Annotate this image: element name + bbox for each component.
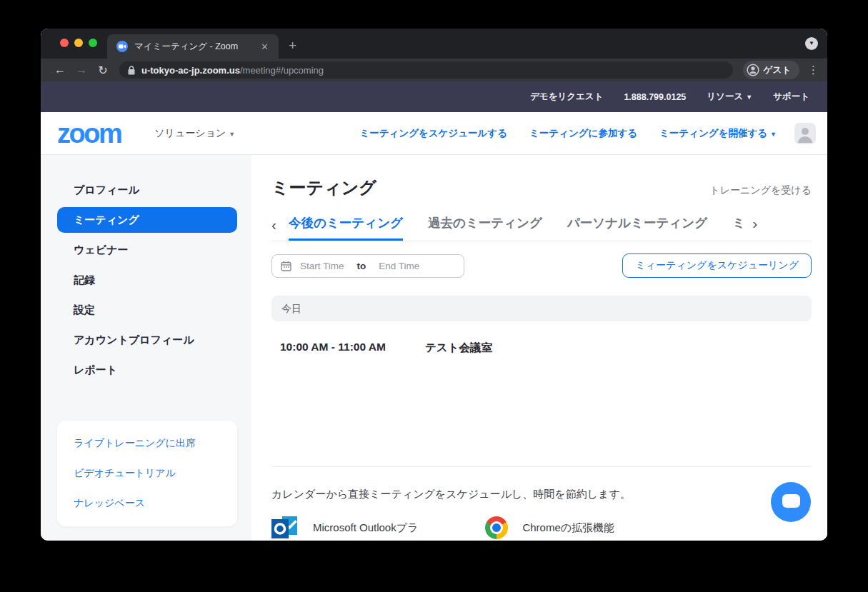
- url-domain: u-tokyo-ac-jp.zoom.us: [141, 65, 240, 76]
- lock-icon: [128, 66, 135, 75]
- person-icon: [794, 123, 816, 144]
- site-topbar: デモをリクエスト 1.888.799.0125 リソース▼ サポート: [41, 81, 827, 112]
- tab-close-icon[interactable]: ✕: [258, 40, 271, 54]
- zoom-favicon-icon: [116, 41, 128, 52]
- meeting-time: 10:00 AM - 11:00 AM: [280, 341, 425, 356]
- browser-tab[interactable]: マイミーティング - Zoom ✕: [107, 34, 279, 59]
- resources-menu[interactable]: リソース▼: [707, 91, 752, 103]
- integrations-row: Microsoft Outlookプラ Chromeの拡張機能: [271, 515, 812, 541]
- date-range-picker[interactable]: Start Time to End Time: [271, 254, 464, 278]
- sidebar-help-card: ライブトレーニングに出席 ビデオチュートリアル ナレッジベース: [57, 421, 237, 526]
- page-body: プロフィール ミーティング ウェビナー 記録 設定 アカウントプロフィール レポ…: [41, 155, 827, 541]
- support-link[interactable]: サポート: [773, 91, 809, 103]
- tab-upcoming-meetings[interactable]: 今後のミーティング: [289, 214, 403, 241]
- main-content: ミーティング トレーニングを受ける ‹ 今後のミーティング 過去のミーティング …: [251, 155, 827, 541]
- maximize-window-button[interactable]: [89, 39, 97, 47]
- outlook-plugin-item[interactable]: Microsoft Outlookプラ: [271, 515, 418, 541]
- browser-toolbar: ← → ↻ u-tokyo-ac-jp.zoom.us /meeting#/up…: [41, 59, 827, 81]
- outlook-icon: [271, 515, 299, 541]
- phone-number-link[interactable]: 1.888.799.0125: [624, 92, 686, 102]
- meeting-tabs: ‹ 今後のミーティング 過去のミーティング パーソナルミーティング ミ ›: [271, 214, 812, 241]
- guest-profile-button[interactable]: ゲスト: [743, 61, 799, 79]
- title-row: ミーティング トレーニングを受ける: [271, 176, 812, 199]
- tab-title: マイミーティング - Zoom: [134, 41, 258, 53]
- browser-menu-icon[interactable]: ⋮: [808, 64, 819, 76]
- close-window-button[interactable]: [60, 39, 69, 47]
- minimize-window-button[interactable]: [74, 39, 83, 47]
- caret-down-icon: ▼: [770, 131, 777, 138]
- sidebar-item-meetings[interactable]: ミーティング: [57, 207, 237, 233]
- sidebar-item-profile[interactable]: プロフィール: [41, 175, 251, 205]
- person-icon: [747, 64, 759, 76]
- page-title: ミーティング: [271, 176, 376, 199]
- zoom-logo[interactable]: zoom: [57, 120, 121, 147]
- window-controls: [60, 39, 97, 47]
- outlook-plugin-label: Microsoft Outlookプラ: [313, 521, 418, 535]
- tab-previous-meetings[interactable]: 過去のミーティング: [428, 214, 542, 241]
- request-demo-link[interactable]: デモをリクエスト: [530, 91, 603, 103]
- attend-live-training-link[interactable]: ライブトレーニングに出席: [74, 428, 237, 458]
- reload-icon[interactable]: ↻: [92, 64, 114, 77]
- meeting-row[interactable]: 10:00 AM - 11:00 AM テスト会議室: [271, 341, 812, 356]
- host-meeting-menu[interactable]: ミーティングを開催する▼: [659, 127, 777, 140]
- chat-bubble-icon: [782, 494, 800, 508]
- browser-window: マイミーティング - Zoom ✕ + ▼ ← → ↻ u-tokyo-ac-j…: [41, 29, 827, 541]
- sidebar-item-recordings[interactable]: 記録: [41, 265, 251, 295]
- caret-down-icon: ▼: [746, 94, 752, 101]
- new-tab-button[interactable]: +: [289, 38, 296, 54]
- date-range-to-label: to: [357, 261, 366, 271]
- browser-tabstrip: マイミーティング - Zoom ✕ + ▼: [41, 29, 827, 59]
- sidebar-item-reports[interactable]: レポート: [41, 355, 251, 385]
- chrome-extension-item[interactable]: Chromeの拡張機能: [485, 516, 614, 539]
- solutions-menu[interactable]: ソリューション▼: [154, 127, 235, 140]
- site-header: zoom ソリューション▼ ミーティングをスケジュールする ミーティングに参加す…: [41, 112, 827, 155]
- sidebar-item-account-profile[interactable]: アカウントプロフィール: [41, 325, 251, 355]
- tabstrip-dropdown-button[interactable]: ▼: [805, 37, 818, 50]
- tab-meeting-templates-truncated[interactable]: ミ: [732, 214, 745, 241]
- chrome-extension-label: Chromeの拡張機能: [522, 521, 614, 535]
- start-time-placeholder[interactable]: Start Time: [300, 261, 344, 271]
- back-icon[interactable]: ←: [49, 64, 71, 76]
- sidebar: プロフィール ミーティング ウェビナー 記録 設定 アカウントプロフィール レポ…: [41, 155, 251, 541]
- join-meeting-link[interactable]: ミーティングに参加する: [529, 127, 637, 140]
- caret-down-icon: ▼: [229, 131, 235, 138]
- forward-icon[interactable]: →: [71, 64, 92, 76]
- schedule-meeting-link[interactable]: ミーティングをスケジュールする: [359, 127, 507, 140]
- tabs-scroll-left-icon[interactable]: ‹: [271, 217, 276, 241]
- knowledge-base-link[interactable]: ナレッジベース: [74, 488, 237, 518]
- chrome-icon: [485, 516, 508, 539]
- header-nav: ミーティングをスケジュールする ミーティングに参加する ミーティングを開催する▼: [359, 127, 777, 140]
- tab-personal-meetings[interactable]: パーソナルミーティング: [567, 214, 707, 241]
- meeting-topic[interactable]: テスト会議室: [425, 341, 492, 356]
- url-path: /meeting#/upcoming: [240, 65, 324, 76]
- avatar[interactable]: [794, 123, 816, 144]
- sidebar-item-webinars[interactable]: ウェビナー: [41, 235, 251, 265]
- get-training-link[interactable]: トレーニングを受ける: [709, 184, 812, 197]
- filter-row: Start Time to End Time ミィーティングをスケジューリング: [271, 254, 812, 278]
- today-section-header: 今日: [271, 296, 812, 321]
- guest-label: ゲスト: [764, 64, 791, 76]
- divider: [271, 466, 812, 467]
- chat-support-button[interactable]: [771, 482, 811, 522]
- end-time-placeholder[interactable]: End Time: [379, 261, 419, 271]
- video-tutorials-link[interactable]: ビデオチュートリアル: [74, 458, 237, 488]
- schedule-meeting-button[interactable]: ミィーティングをスケジューリング: [622, 254, 812, 278]
- url-bar[interactable]: u-tokyo-ac-jp.zoom.us /meeting#/upcoming: [119, 61, 733, 79]
- sidebar-item-settings[interactable]: 設定: [41, 295, 251, 325]
- calendar-icon: [281, 261, 291, 271]
- tabs-scroll-right-icon[interactable]: ›: [752, 216, 757, 241]
- spacer: [271, 356, 812, 466]
- calendar-promo-text: カレンダーから直接ミーティングをスケジュールし、時間を節約します。: [271, 488, 812, 501]
